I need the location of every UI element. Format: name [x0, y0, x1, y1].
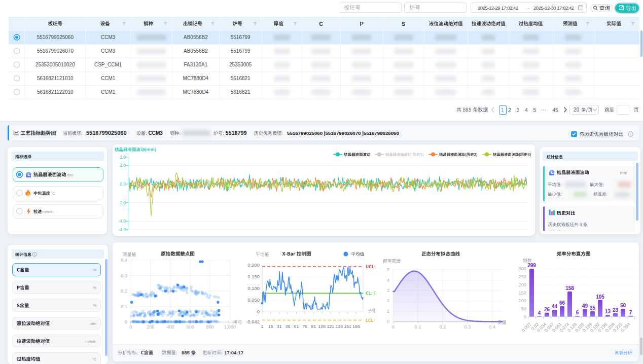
svg-text:0.0: 0.0	[120, 181, 126, 187]
svg-text:0.150: 0.150	[247, 274, 260, 279]
svg-text:CCM3: CCM3	[101, 48, 116, 54]
svg-text:5516799026070: 5516799026070	[37, 48, 74, 54]
svg-text:CCM1: CCM1	[101, 76, 116, 81]
svg-text:2.0: 2.0	[120, 163, 126, 168]
svg-text:23: 23	[613, 307, 619, 313]
svg-text:-2.0: -2.0	[118, 200, 126, 205]
svg-text:3: 3	[387, 288, 389, 293]
svg-text:300: 300	[518, 266, 526, 271]
svg-text:→: →	[525, 5, 530, 10]
svg-text:13: 13	[605, 309, 611, 314]
svg-text:4: 4	[387, 278, 389, 283]
svg-text:76: 76	[302, 324, 307, 329]
svg-text:200: 200	[147, 324, 155, 330]
svg-text:35: 35	[590, 305, 596, 311]
svg-text:2.9: 2.9	[120, 155, 126, 160]
svg-text:FA3130A1: FA3130A1	[184, 62, 208, 67]
svg-text:200: 200	[518, 282, 526, 287]
svg-text:100: 100	[518, 298, 526, 303]
svg-text:5: 5	[387, 267, 389, 272]
svg-text:0: 0	[392, 324, 395, 330]
svg-text:2: 2	[508, 107, 511, 113]
svg-text:0.2: 0.2	[121, 288, 127, 294]
svg-text:0.100: 0.100	[247, 285, 260, 291]
svg-text:121: 121	[327, 324, 335, 329]
svg-text:5616821122010: 5616821122010	[37, 89, 74, 95]
svg-text:31: 31	[277, 324, 282, 329]
svg-text:-0.042: -0.042	[246, 319, 260, 324]
svg-text:5516799: 5516799	[231, 48, 251, 54]
svg-text:0: 0	[257, 309, 260, 314]
svg-text:-4.0: -4.0	[118, 219, 126, 224]
svg-text:0.4: 0.4	[489, 324, 495, 330]
svg-text:25353005010020: 25353005010020	[35, 62, 75, 67]
svg-text:16: 16	[268, 324, 273, 329]
svg-text:50: 50	[521, 306, 526, 311]
svg-text:0: 0	[129, 324, 132, 330]
svg-text:5616821: 5616821	[231, 76, 251, 81]
svg-text:%: %	[93, 268, 96, 272]
svg-text:C: C	[319, 21, 323, 27]
svg-text:885: 885	[182, 350, 190, 355]
svg-text:mm: mm	[620, 170, 627, 175]
svg-text:1: 1	[501, 107, 504, 113]
svg-text:106: 106	[318, 324, 326, 329]
svg-text:°C: °C	[92, 357, 96, 361]
svg-text:1: 1	[261, 324, 264, 329]
svg-text:0.1: 0.1	[415, 324, 421, 330]
svg-text:6: 6	[576, 310, 579, 315]
svg-text:0: 0	[387, 319, 389, 324]
svg-text:45: 45	[552, 107, 558, 113]
svg-text:600: 600	[186, 324, 194, 330]
svg-text:26: 26	[544, 307, 550, 312]
svg-text:0.3: 0.3	[121, 273, 127, 278]
svg-text:i: i	[630, 132, 631, 137]
svg-text:158: 158	[565, 285, 574, 291]
svg-text:400: 400	[166, 324, 174, 330]
svg-text:5516799: 5516799	[226, 130, 247, 136]
svg-text:0.4: 0.4	[121, 258, 127, 263]
svg-text:105: 105	[596, 294, 604, 300]
svg-text:CSP_CCM1: CSP_CCM1	[94, 62, 122, 67]
svg-text:%: %	[93, 303, 96, 308]
svg-text:i: i	[34, 252, 34, 256]
svg-text:2: 2	[387, 298, 389, 303]
svg-text:0.200: 0.200	[247, 262, 260, 268]
svg-text:4: 4	[538, 310, 541, 316]
svg-text:S: S	[402, 21, 405, 27]
svg-text:5516799025060 |5516799026070 |: 5516799025060 |5516799026070 |5516798026…	[287, 130, 400, 136]
svg-text:mm: mm	[66, 173, 74, 177]
svg-text:800: 800	[206, 324, 215, 330]
svg-text:0: 0	[524, 314, 526, 319]
svg-text:151: 151	[344, 324, 351, 329]
svg-text:CCM3: CCM3	[101, 34, 116, 40]
svg-text:50: 50	[620, 303, 626, 308]
svg-text:66: 66	[559, 300, 565, 306]
svg-text:91: 91	[311, 324, 316, 329]
svg-text:5516799: 5516799	[231, 34, 251, 40]
svg-text:%: %	[93, 285, 96, 290]
svg-text:0.3: 0.3	[464, 324, 471, 330]
svg-text:AB0556B2: AB0556B2	[184, 48, 208, 54]
svg-text:0.1: 0.1	[121, 304, 127, 309]
svg-text:2025-12-29 17:02:42: 2025-12-29 17:02:42	[478, 5, 518, 11]
svg-text:0.050: 0.050	[247, 297, 260, 303]
svg-text:61: 61	[294, 324, 299, 329]
svg-text:m/min: m/min	[85, 339, 96, 344]
svg-text:20: 20	[574, 107, 580, 113]
svg-text:AB0556B2: AB0556B2	[184, 34, 208, 40]
svg-text:250: 250	[518, 274, 526, 279]
svg-text:5616821: 5616821	[231, 89, 251, 95]
svg-text:CCM1: CCM1	[101, 89, 116, 95]
svg-text:0: 0	[125, 319, 127, 324]
svg-text:5: 5	[533, 107, 537, 113]
svg-text:150: 150	[518, 290, 526, 296]
svg-text:2025-12-30 17:02:42: 2025-12-30 17:02:42	[533, 5, 574, 11]
svg-text:5516799025060: 5516799025060	[86, 130, 127, 136]
svg-text:4: 4	[525, 107, 528, 113]
svg-text:1,000: 1,000	[224, 324, 236, 330]
svg-text:1: 1	[387, 309, 389, 314]
svg-text:mm: mm	[90, 321, 97, 326]
svg-text:136: 136	[335, 324, 343, 329]
svg-text:17:04:17: 17:04:17	[224, 350, 243, 355]
